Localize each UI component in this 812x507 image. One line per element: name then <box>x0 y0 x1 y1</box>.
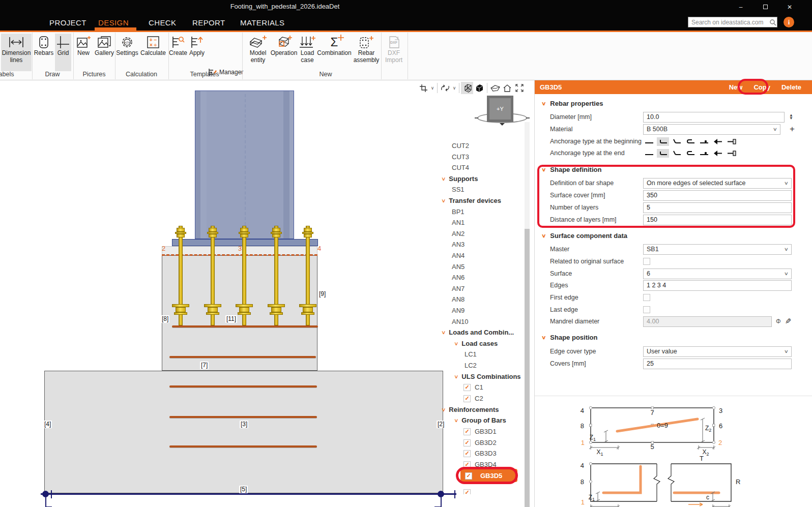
viewcube[interactable]: +Y <box>487 96 513 122</box>
tab-report[interactable]: REPORT <box>192 17 225 28</box>
rebar-line[interactable] <box>169 416 317 418</box>
load-case-button[interactable]: Load case <box>297 34 317 71</box>
chevron-down-icon[interactable]: ∨ <box>541 167 546 172</box>
tree-scrollbar-thumb[interactable] <box>525 229 530 507</box>
anchorage-welded-bar-icon[interactable] <box>698 149 710 158</box>
chevron-down-icon[interactable]: ∨ <box>541 101 546 106</box>
delete-button[interactable]: Delete <box>781 83 801 91</box>
wireframe-view-button[interactable] <box>461 82 473 94</box>
tree-group-reinforcements[interactable]: ∨Reinforcements <box>442 404 499 415</box>
distance-of-layers-input[interactable] <box>643 215 792 225</box>
add-material-button[interactable]: + <box>787 124 797 134</box>
chevron-down-icon[interactable]: ∨ <box>451 85 457 91</box>
support-node[interactable] <box>42 491 49 497</box>
rebar-line[interactable] <box>169 385 317 387</box>
first-edge-checkbox[interactable] <box>643 294 650 301</box>
anchorage-loop-180-icon[interactable] <box>684 149 697 158</box>
selected-rebar-layer-dashed[interactable] <box>162 254 317 256</box>
settings-button[interactable]: </> Settings <box>116 34 138 71</box>
tree-item-an6[interactable]: AN6 <box>452 272 465 283</box>
chevron-down-icon[interactable]: ∨ <box>454 417 459 423</box>
solid-view-button[interactable] <box>473 82 485 94</box>
edges-input[interactable] <box>643 280 792 291</box>
tree-item-an7[interactable]: AN7 <box>452 283 465 294</box>
dimension-lines-button[interactable]: Dimension lines <box>1 34 32 71</box>
rebar-line[interactable] <box>169 445 317 448</box>
anchorage-straight-icon[interactable] <box>643 137 655 146</box>
tree-item-gb3d3[interactable]: ✓GB3D3 <box>463 448 497 459</box>
gallery-button[interactable]: Gallery <box>94 34 115 71</box>
checkbox-checked[interactable]: ✓ <box>463 439 471 446</box>
support-line[interactable] <box>41 493 456 495</box>
tree-item-lc1[interactable]: LC1 <box>465 349 477 360</box>
rebar-line[interactable] <box>169 356 316 358</box>
copy-button[interactable]: Copy <box>753 83 770 91</box>
maximize-button[interactable] <box>753 0 777 14</box>
footing-block[interactable] <box>44 371 443 493</box>
anchorage-hook-90-icon[interactable] <box>657 149 669 158</box>
tab-check[interactable]: CHECK <box>149 17 177 28</box>
tree-item-ss1[interactable]: SS1 <box>452 184 465 195</box>
edge-cover-type-select[interactable]: User value∨ <box>643 346 792 357</box>
checkbox-checked[interactable]: ✓ <box>463 489 471 495</box>
tree-item-an5[interactable]: AN5 <box>452 261 465 272</box>
operation-button[interactable]: Operation <box>272 34 296 71</box>
tree-item-an4[interactable]: AN4 <box>452 250 465 261</box>
tree-item-lc2[interactable]: LC2 <box>465 360 477 371</box>
template-apply-button[interactable]: Apply <box>188 34 206 71</box>
close-button[interactable]: ✕ <box>778 0 801 14</box>
tree-group-transfer-devices[interactable]: ∨Transfer devices <box>442 195 501 206</box>
chevron-down-icon[interactable]: ∨ <box>454 374 459 379</box>
web-search-box[interactable]: Search on ideastatica.com <box>688 17 777 27</box>
info-icon[interactable]: i <box>784 17 794 27</box>
tree-group-group-of-bars[interactable]: ∨Group of Bars <box>454 415 506 426</box>
diameter-input[interactable] <box>643 112 785 123</box>
anchorage-plate-icon[interactable] <box>726 137 738 146</box>
edit-pencil-icon[interactable]: ✎ <box>785 317 792 326</box>
covers-input[interactable] <box>643 359 792 369</box>
chevron-down-icon[interactable]: ∨ <box>441 407 446 412</box>
related-surface-checkbox[interactable] <box>643 258 650 265</box>
surface-select[interactable]: 6∨ <box>643 269 792 279</box>
tree-scrollbar[interactable] <box>525 122 530 507</box>
bar-shape-select[interactable]: On more edges of selected surface∨ <box>643 178 792 189</box>
tree-item-cut2[interactable]: CUT2 <box>452 140 469 151</box>
rebar-assembly-button[interactable]: Rebar assembly <box>351 34 382 71</box>
chevron-down-icon[interactable]: ∨ <box>429 85 436 91</box>
last-edge-checkbox[interactable] <box>643 306 650 313</box>
checkbox-checked[interactable]: ✓ <box>463 428 471 435</box>
tree-group-uls-combinations[interactable]: ∨ULS Combinations <box>454 371 521 382</box>
diameter-stepper[interactable]: ▲▼ <box>788 114 795 120</box>
tree-item-gb3d2[interactable]: ✓GB3D2 <box>463 437 497 448</box>
fullscreen-button[interactable] <box>513 82 526 94</box>
chevron-down-icon[interactable]: ∨ <box>441 198 446 203</box>
checkbox-checked[interactable]: ✓ <box>465 472 472 480</box>
anchorage-welded-bar-icon[interactable] <box>698 137 710 146</box>
new-button[interactable]: New <box>729 83 743 91</box>
tree-item-an2[interactable]: AN2 <box>452 228 465 239</box>
tree-group-loads[interactable]: ∨Loads and Combin... <box>442 327 514 338</box>
rebars-button[interactable]: Rebars <box>34 34 54 71</box>
tree-group-supports[interactable]: ∨Supports <box>442 173 478 184</box>
picture-new-button[interactable]: New <box>74 34 93 71</box>
tree-item-partial[interactable]: ✓ <box>463 487 475 494</box>
tab-design[interactable]: DESIGN <box>98 17 129 28</box>
section-shape-definition[interactable]: ∨Shape definition <box>542 166 601 173</box>
home-view-button[interactable] <box>501 82 513 94</box>
chevron-down-icon[interactable]: ∨ <box>454 341 459 346</box>
tree-item-c1[interactable]: ✓C1 <box>463 382 483 393</box>
grid-button[interactable]: Grid <box>55 34 71 71</box>
tree-item-cut4[interactable]: CUT4 <box>452 162 469 173</box>
anchorage-hook-135-icon[interactable] <box>671 149 683 158</box>
anchorage-head-icon[interactable] <box>712 137 724 146</box>
material-select[interactable]: B 500B∨ <box>643 124 780 135</box>
rebar-line[interactable] <box>172 325 318 327</box>
tree-item-c2[interactable]: ✓C2 <box>463 393 483 404</box>
anchorage-plate-icon[interactable] <box>726 149 738 158</box>
chevron-down-icon[interactable]: ∨ <box>541 335 546 340</box>
chevron-down-icon[interactable]: ∨ <box>441 330 446 335</box>
tree-item-gb3d1[interactable]: ✓GB3D1 <box>463 426 497 437</box>
tree-item-an8[interactable]: AN8 <box>452 294 465 305</box>
checkbox-checked[interactable]: ✓ <box>463 461 471 468</box>
checkbox-checked[interactable]: ✓ <box>463 450 471 457</box>
